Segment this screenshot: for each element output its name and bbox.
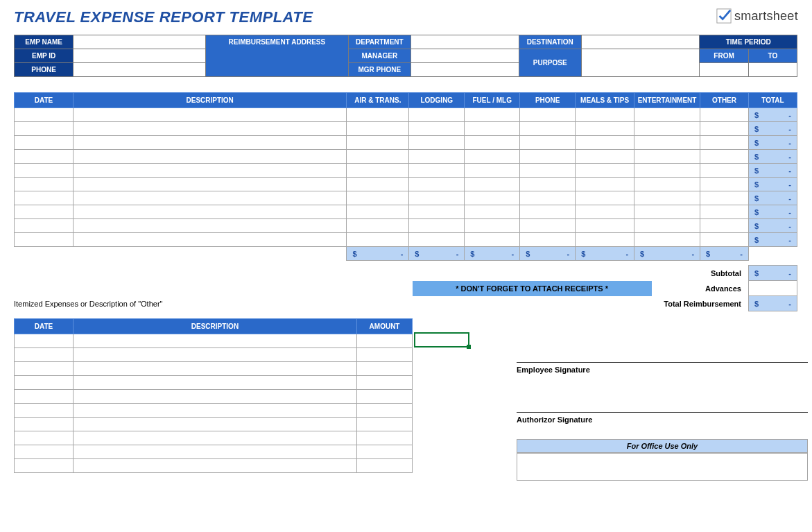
grid-cell[interactable] — [15, 191, 74, 205]
itemized-cell[interactable] — [15, 445, 74, 459]
grid-cell[interactable] — [576, 191, 634, 205]
grid-cell[interactable] — [15, 178, 74, 191]
itemized-cell[interactable] — [73, 334, 356, 348]
emp-id-field[interactable] — [74, 49, 206, 63]
itemized-cell[interactable] — [15, 348, 74, 362]
grid-cell[interactable] — [520, 122, 576, 136]
grid-cell[interactable] — [520, 150, 576, 164]
grid-cell[interactable] — [347, 191, 409, 205]
grid-cell[interactable] — [700, 233, 749, 247]
grid-cell[interactable] — [347, 205, 409, 219]
grid-cell[interactable] — [576, 233, 634, 247]
grid-cell[interactable] — [465, 136, 520, 150]
to-field[interactable] — [748, 63, 797, 77]
grid-cell[interactable] — [409, 205, 465, 219]
grid-cell[interactable] — [465, 108, 520, 122]
grid-cell[interactable] — [700, 191, 749, 205]
grid-cell[interactable] — [634, 150, 700, 164]
grid-cell[interactable] — [465, 164, 520, 178]
grid-cell[interactable] — [15, 219, 74, 233]
itemized-cell[interactable] — [73, 348, 356, 362]
grid-cell[interactable] — [347, 136, 409, 150]
grid-cell[interactable] — [576, 178, 634, 191]
itemized-cell[interactable] — [357, 445, 413, 459]
phone-field[interactable] — [74, 63, 206, 77]
grid-cell[interactable] — [409, 136, 465, 150]
grid-cell[interactable] — [73, 233, 347, 247]
grid-cell[interactable] — [73, 136, 347, 150]
grid-cell[interactable] — [700, 205, 749, 219]
grid-cell[interactable] — [347, 108, 409, 122]
grid-cell[interactable] — [465, 122, 520, 136]
itemized-cell[interactable] — [15, 376, 74, 390]
grid-cell[interactable] — [465, 178, 520, 191]
grid-cell[interactable] — [700, 122, 749, 136]
grid-cell[interactable] — [576, 219, 634, 233]
emp-name-field[interactable] — [74, 35, 206, 49]
grid-cell[interactable] — [347, 233, 409, 247]
grid-cell[interactable] — [520, 191, 576, 205]
grid-cell[interactable] — [520, 219, 576, 233]
itemized-cell[interactable] — [357, 362, 413, 376]
grid-cell[interactable] — [520, 136, 576, 150]
grid-cell[interactable] — [409, 233, 465, 247]
grid-cell[interactable] — [700, 164, 749, 178]
from-field[interactable] — [700, 63, 748, 77]
grid-cell[interactable] — [520, 178, 576, 191]
itemized-cell[interactable] — [357, 431, 413, 445]
grid-cell[interactable] — [700, 219, 749, 233]
grid-cell[interactable] — [634, 122, 700, 136]
grid-cell[interactable] — [347, 178, 409, 191]
grid-cell[interactable] — [634, 205, 700, 219]
itemized-cell[interactable] — [73, 418, 356, 431]
grid-cell[interactable] — [15, 164, 74, 178]
grid-cell[interactable] — [576, 136, 634, 150]
itemized-cell[interactable] — [357, 459, 413, 473]
grid-cell[interactable] — [15, 205, 74, 219]
grid-cell[interactable] — [409, 150, 465, 164]
grid-cell[interactable] — [634, 191, 700, 205]
grid-cell[interactable] — [520, 233, 576, 247]
grid-cell[interactable] — [634, 178, 700, 191]
grid-cell[interactable] — [700, 108, 749, 122]
grid-cell[interactable] — [73, 191, 347, 205]
grid-cell[interactable] — [347, 219, 409, 233]
grid-cell[interactable] — [73, 150, 347, 164]
itemized-cell[interactable] — [73, 431, 356, 445]
itemized-cell[interactable] — [15, 390, 74, 404]
authorizor-signature-line[interactable] — [517, 395, 808, 413]
itemized-cell[interactable] — [15, 431, 74, 445]
itemized-cell[interactable] — [357, 334, 413, 348]
grid-cell[interactable] — [520, 164, 576, 178]
grid-cell[interactable] — [576, 108, 634, 122]
mgr-phone-field[interactable] — [411, 63, 519, 77]
grid-cell[interactable] — [634, 219, 700, 233]
itemized-cell[interactable] — [15, 334, 74, 348]
itemized-cell[interactable] — [15, 418, 74, 431]
grid-cell[interactable] — [465, 191, 520, 205]
itemized-cell[interactable] — [73, 404, 356, 418]
office-use-box[interactable] — [517, 453, 808, 481]
itemized-cell[interactable] — [357, 376, 413, 390]
grid-cell[interactable] — [700, 136, 749, 150]
employee-signature-line[interactable] — [517, 345, 808, 363]
itemized-cell[interactable] — [357, 348, 413, 362]
itemized-cell[interactable] — [73, 376, 356, 390]
grid-cell[interactable] — [576, 205, 634, 219]
grid-cell[interactable] — [700, 150, 749, 164]
grid-cell[interactable] — [409, 164, 465, 178]
grid-cell[interactable] — [409, 178, 465, 191]
advances-value[interactable] — [748, 281, 797, 296]
itemized-cell[interactable] — [73, 362, 356, 376]
grid-cell[interactable] — [15, 150, 74, 164]
dest-field[interactable] — [581, 35, 700, 49]
itemized-cell[interactable] — [73, 390, 356, 404]
grid-cell[interactable] — [15, 136, 74, 150]
grid-cell[interactable] — [347, 150, 409, 164]
itemized-cell[interactable] — [73, 459, 356, 473]
itemized-cell[interactable] — [357, 418, 413, 431]
grid-cell[interactable] — [634, 233, 700, 247]
grid-cell[interactable] — [15, 108, 74, 122]
grid-cell[interactable] — [15, 122, 74, 136]
grid-cell[interactable] — [634, 108, 700, 122]
